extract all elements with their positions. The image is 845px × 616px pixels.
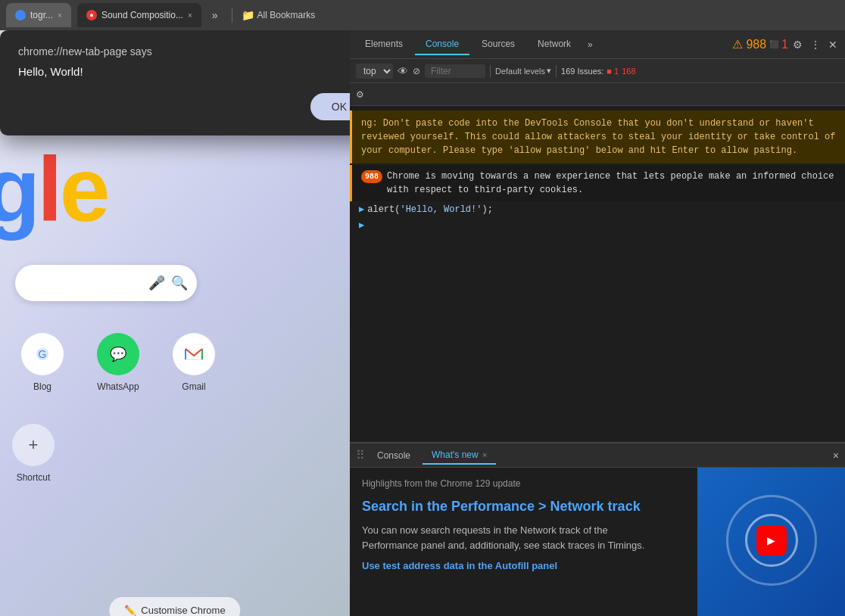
devtools-tab-bar: Elements Console Sources Network » ⚠ 988… <box>350 30 845 59</box>
gmail-label: Gmail <box>182 381 205 392</box>
console-settings-icon[interactable]: ⚙ <box>356 89 364 100</box>
issues-count: 169 Issues: ■ 1 168 <box>561 67 635 76</box>
console-code: alert('Hello, World!'); <box>367 204 493 215</box>
devtools-panel: Elements Console Sources Network » ⚠ 988… <box>350 30 845 616</box>
browser-tab-bar: togr... × ● Sound Compositio... × » 📁 Al… <box>0 0 845 30</box>
bookmarks-button[interactable]: 📁 All Bookmarks <box>242 9 316 21</box>
new-tab-page: gle 🎤 🔍 G Blog 💬 WhatsApp <box>0 30 350 616</box>
customise-label: Customise Chrome <box>141 605 225 616</box>
tab-more-devtools[interactable]: » <box>583 39 597 50</box>
blog-label: Blog <box>33 381 51 392</box>
whatsapp-icon: 💬 <box>97 333 139 375</box>
tab-close-sound-icon[interactable]: × <box>188 11 192 20</box>
youtube-thumbnail: ▶ <box>697 468 845 616</box>
shortcut-whatsapp[interactable]: 💬 WhatsApp <box>88 333 148 392</box>
folder-icon: 📁 <box>242 9 254 21</box>
tab-label-sound: Sound Compositio... <box>101 10 183 20</box>
alert-title: chrome://new-tab-page says <box>18 45 350 58</box>
tab-sources[interactable]: Sources <box>471 34 525 55</box>
bookmarks-label: All Bookmarks <box>257 10 316 20</box>
count-badge: 988 <box>361 170 382 183</box>
issues-err2: 168 <box>622 67 635 76</box>
warning-count: 988 <box>746 38 766 51</box>
eye-icon[interactable]: 👁 <box>398 65 408 77</box>
console-toolbar: top 👁 ⊘ Default levels ▾ 169 Issues: ■ 1… <box>350 59 845 83</box>
shortcut-gmail[interactable]: Gmail <box>164 333 224 392</box>
error-count: 1 <box>781 38 788 51</box>
bottom-tab-console[interactable]: Console <box>368 447 419 464</box>
gmail-icon <box>173 333 215 375</box>
default-levels-label: Default levels <box>495 67 545 76</box>
alert-dialog: chrome://new-tab-page says Hello, World!… <box>0 30 350 135</box>
bottom-tab-whats-new[interactable]: What's new × <box>422 446 496 465</box>
bottom-panel-close-icon[interactable]: × <box>833 450 839 462</box>
info-banner: 988 Chrome is moving towards a new exper… <box>350 165 845 201</box>
console-chevron-icon: ▶ <box>359 219 364 231</box>
toolbar-separator <box>232 8 232 23</box>
tab-network[interactable]: Network <box>527 34 582 55</box>
shortcuts-row: G Blog 💬 WhatsApp Gmail <box>0 333 236 392</box>
shortcuts-row2: + Shortcut <box>12 424 55 483</box>
google-lens-icon[interactable]: 🔍 <box>171 275 188 291</box>
devtools-settings-icon[interactable]: ⚙ <box>790 39 806 51</box>
blog-icon: G <box>21 333 64 375</box>
error-icon: ⬛ <box>769 40 778 48</box>
alert-message: Hello, World! <box>18 65 350 78</box>
console-settings-bar: ⚙ <box>350 83 845 106</box>
alert-ok-button[interactable]: OK <box>310 93 350 120</box>
whatsapp-label: WhatsApp <box>97 381 139 392</box>
bottom-tab-bar: ⠿ Console What's new × × <box>350 443 845 468</box>
console-code-line: ▶ alert('Hello, World!'); <box>350 201 845 217</box>
tab-togr[interactable]: togr... × <box>6 3 71 27</box>
add-shortcut-label: Shortcut <box>17 472 51 483</box>
info-text: Chrome is moving towards a new experienc… <box>387 170 836 197</box>
svg-text:💬: 💬 <box>110 346 127 362</box>
tab-elements[interactable]: Elements <box>354 34 413 55</box>
main-area: gle 🎤 🔍 G Blog 💬 WhatsApp <box>0 30 845 616</box>
microphone-icon[interactable]: 🎤 <box>148 275 165 291</box>
console-output: ng: Don't paste code into the DevTools C… <box>350 106 845 442</box>
console-prompt: ▶ <box>359 204 364 215</box>
shortcut-blog[interactable]: G Blog <box>12 333 73 392</box>
tab-sound[interactable]: ● Sound Compositio... × <box>77 3 201 27</box>
yt-outer-circle: ▶ <box>726 495 817 586</box>
tab-console[interactable]: Console <box>415 34 469 55</box>
yt-play-button[interactable]: ▶ <box>756 525 787 555</box>
filter-input[interactable] <box>425 64 485 78</box>
warning-text: ng: Don't paste code into the DevTools C… <box>361 118 836 156</box>
customise-chrome-button[interactable]: ✏️ Customise Chrome <box>109 597 240 616</box>
svg-text:G: G <box>39 348 47 360</box>
chevron-down-icon: ▾ <box>547 66 551 76</box>
whats-new-article-body: You can now search requests in the Netwo… <box>362 523 650 552</box>
add-shortcut-icon: + <box>12 424 55 466</box>
tab-label: togr... <box>30 10 53 20</box>
devtools-alerts: ⚠ 988 ⬛ 1 <box>732 37 788 51</box>
bottom-content-wrapper: Highlights from the Chrome 129 update Se… <box>350 468 845 616</box>
pencil-icon: ✏️ <box>124 605 136 616</box>
devtools-close-icon[interactable]: ✕ <box>825 39 840 51</box>
whats-new-close-icon[interactable]: × <box>482 450 487 459</box>
issues-err1: ■ 1 <box>606 67 619 76</box>
issues-label: 169 Issues: <box>561 67 603 76</box>
yt-inner-circle: ▶ <box>745 514 798 567</box>
google-logo-partial: gle <box>0 144 107 235</box>
devtools-more-icon[interactable]: ⋮ <box>807 39 824 51</box>
drag-handle-icon[interactable]: ⠿ <box>356 448 365 462</box>
console-prompt-line[interactable]: ▶ <box>350 217 845 233</box>
warning-icon: ⚠ <box>732 37 743 51</box>
warning-banner: ng: Don't paste code into the DevTools C… <box>350 110 845 163</box>
tab-more-icon[interactable]: » <box>207 9 223 21</box>
tab-close-icon[interactable]: × <box>58 11 62 20</box>
toolbar-divider2 <box>556 65 557 77</box>
context-selector[interactable]: top <box>356 64 393 79</box>
tab-favicon-sound: ● <box>86 10 97 20</box>
toolbar-divider <box>490 65 491 77</box>
default-levels-button[interactable]: Default levels ▾ <box>495 66 551 76</box>
add-shortcut[interactable]: + Shortcut <box>12 424 55 483</box>
bottom-panel: ⠿ Console What's new × × Highlights from… <box>350 442 845 616</box>
search-bar[interactable]: 🎤 🔍 <box>15 265 197 301</box>
tab-favicon <box>15 10 26 20</box>
filter-icon: ⊘ <box>413 66 420 76</box>
